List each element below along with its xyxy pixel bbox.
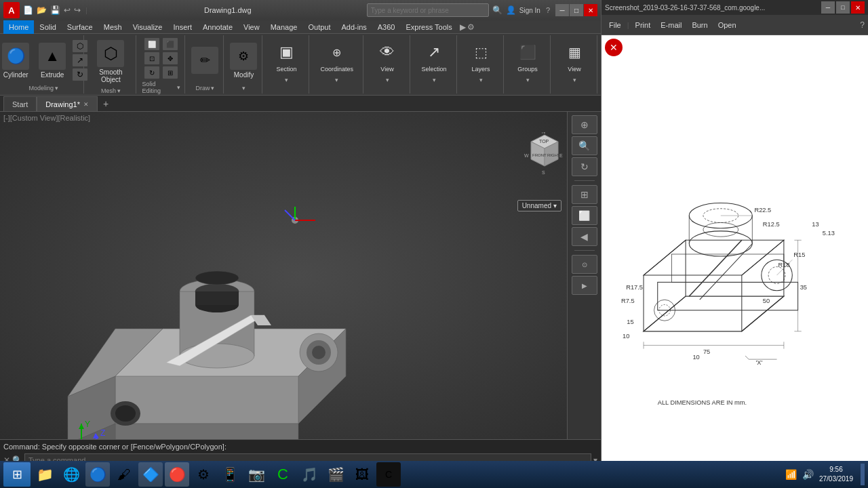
close-overlay-button[interactable]: ✕ <box>605 39 623 56</box>
modify-group-label[interactable]: ▾ <box>242 85 245 92</box>
close-button[interactable]: ✕ <box>584 4 597 16</box>
pan-button[interactable]: ⊕ <box>572 115 597 134</box>
menu-item-manage[interactable]: Manage <box>265 20 303 34</box>
help-icon[interactable]: ? <box>546 6 550 14</box>
screenshot-close[interactable]: ✕ <box>851 1 865 14</box>
steeringwheel-button[interactable]: ⊙ <box>572 255 597 274</box>
tab-drawing1-close[interactable]: ✕ <box>83 101 89 108</box>
menu-item-a360[interactable]: A360 <box>372 20 401 34</box>
menu-item-surface[interactable]: Surface <box>62 20 98 34</box>
taskbar-media[interactable]: 📱 <box>218 462 242 487</box>
taskbar-show-desktop[interactable] <box>861 464 865 485</box>
ribbon-overflow-icon[interactable]: ▶ <box>460 22 466 32</box>
taskbar-explorer[interactable]: 📁 <box>33 462 57 487</box>
view2-button[interactable]: ▦ View <box>557 37 591 75</box>
solid-edit-group-label[interactable]: Solid Editing ▾ <box>142 81 180 94</box>
modify-button[interactable]: ⚙ Modify <box>226 40 261 81</box>
redo-icon[interactable]: ↪ <box>74 5 81 15</box>
taskbar-browser[interactable]: 🌐 <box>59 462 83 487</box>
showmotion-button[interactable]: ▶ <box>572 276 597 295</box>
section-group-label[interactable]: ▾ <box>285 77 288 83</box>
taskbar-windows-media[interactable]: 🎬 <box>323 462 348 487</box>
menu-item-express[interactable]: Express Tools <box>400 20 457 34</box>
screenshot-minimize[interactable]: ─ <box>821 1 835 14</box>
intersect-btn[interactable]: ⊡ <box>143 52 161 65</box>
coordinates-group-label[interactable]: ▾ <box>335 77 338 83</box>
subtract-btn[interactable]: ⬛ <box>161 37 179 51</box>
taskbar-photos[interactable]: 🖼 <box>350 462 374 487</box>
taskbar-green[interactable]: C <box>271 462 295 487</box>
screenshot-maximize[interactable]: □ <box>836 1 850 14</box>
cylinder-button[interactable]: 🔵 Cylinder <box>0 40 33 81</box>
open-file-icon[interactable]: 📂 <box>37 5 47 15</box>
extrude-button[interactable]: ▲ Extrude <box>35 40 70 81</box>
taskbar-gear[interactable]: ⚙ <box>191 462 216 487</box>
svg-text:TOP: TOP <box>539 139 549 144</box>
view2-group-label[interactable]: ▾ <box>573 77 576 83</box>
selection-button[interactable]: ↗ Selection <box>417 37 451 75</box>
layers-group-label[interactable]: ▾ <box>479 77 483 83</box>
extents-button[interactable]: ⊞ <box>572 185 597 204</box>
taskbar-black[interactable]: C <box>376 462 401 487</box>
save-icon[interactable]: 💾 <box>50 5 60 15</box>
menu-item-annotate[interactable]: Annotate <box>197 20 238 34</box>
undo-icon[interactable]: ↩ <box>64 5 71 15</box>
screenshot-print-btn[interactable]: Print <box>631 20 655 30</box>
start-button[interactable]: ⊞ <box>3 462 31 487</box>
menu-item-view[interactable]: View <box>238 20 265 34</box>
menu-item-addins[interactable]: Add-ins <box>336 20 372 34</box>
draw-group-label[interactable]: Draw ▾ <box>195 85 214 92</box>
zoom-button[interactable]: 🔍 <box>572 136 597 155</box>
smooth-group-label[interactable]: Mesh ▾ <box>101 87 121 94</box>
view-cube[interactable]: TOP FRONT RIGHT N W E S <box>523 132 564 173</box>
menu-item-output[interactable]: Output <box>302 20 336 34</box>
coordinates-button[interactable]: ⊕ Coordinates <box>316 37 357 75</box>
orbit-button[interactable]: ↻ <box>572 157 597 176</box>
new-file-icon[interactable]: 📄 <box>23 5 33 15</box>
selection-group-label[interactable]: ▾ <box>433 77 436 83</box>
menu-item-mesh[interactable]: Mesh <box>98 20 127 34</box>
groups-group-label[interactable]: ▾ <box>526 77 530 83</box>
maximize-button[interactable]: □ <box>570 4 583 16</box>
union-btn[interactable]: ⬜ <box>143 37 161 51</box>
sign-in-btn[interactable]: Sign In <box>519 7 540 14</box>
3dalign-btn[interactable]: ⊞ <box>161 66 179 79</box>
modeling-group-label[interactable]: Modeling ▾ <box>28 85 58 92</box>
tab-add-button[interactable]: + <box>98 96 114 111</box>
screenshot-open-btn[interactable]: Open <box>714 20 741 30</box>
taskbar-autocad[interactable]: 🔴 <box>165 462 189 487</box>
screenshot-burn-btn[interactable]: Burn <box>688 20 711 30</box>
3dmove-btn[interactable]: ✥ <box>161 52 179 65</box>
ribbon-settings-icon[interactable]: ⚙ <box>467 22 475 32</box>
view-group-label[interactable]: ▾ <box>386 77 389 83</box>
taskbar-camera[interactable]: 📷 <box>244 462 269 487</box>
view-button[interactable]: 👁 View <box>370 37 404 75</box>
minimize-button[interactable]: ─ <box>555 4 569 16</box>
taskbar-sound-icon[interactable]: 🔊 <box>802 469 814 480</box>
screenshot-help-icon[interactable]: ? <box>860 20 865 30</box>
draw-button[interactable]: ✏ <box>187 44 222 77</box>
groups-button[interactable]: ⬛ Groups <box>511 37 545 75</box>
section-button[interactable]: ▣ Section <box>269 37 303 75</box>
smooth-object-button[interactable]: ⬡ Smooth Object <box>90 37 132 86</box>
title-search-input[interactable] <box>367 3 489 17</box>
tab-start[interactable]: Start <box>3 96 37 111</box>
menu-item-home[interactable]: Home <box>3 20 34 34</box>
taskbar-network-icon[interactable]: 📶 <box>785 469 797 480</box>
tab-drawing1[interactable]: Drawing1* ✕ <box>37 96 98 111</box>
menu-item-solid[interactable]: Solid <box>34 20 61 34</box>
viewport[interactable]: [-][Custom View][Realistic] <box>0 112 601 439</box>
3drotate-btn[interactable]: ↻ <box>143 66 161 79</box>
previous-button[interactable]: ◀ <box>572 227 597 246</box>
menu-item-visualize[interactable]: Visualize <box>127 20 168 34</box>
taskbar-app1[interactable]: 🔵 <box>85 462 110 487</box>
window-zoom-button[interactable]: ⬜ <box>572 206 597 225</box>
taskbar-paint[interactable]: 🖌 <box>112 462 136 487</box>
layers-button[interactable]: ⬚ Layers <box>464 37 498 75</box>
menu-item-insert[interactable]: Insert <box>167 20 197 34</box>
screenshot-email-btn[interactable]: E-mail <box>656 20 686 30</box>
taskbar-photoshop[interactable]: 🔷 <box>138 462 163 487</box>
taskbar-vlc[interactable]: 🎵 <box>297 462 321 487</box>
unnamed-view-button[interactable]: Unnamed ▾ <box>517 200 561 211</box>
screenshot-file-btn[interactable]: File <box>605 20 625 30</box>
